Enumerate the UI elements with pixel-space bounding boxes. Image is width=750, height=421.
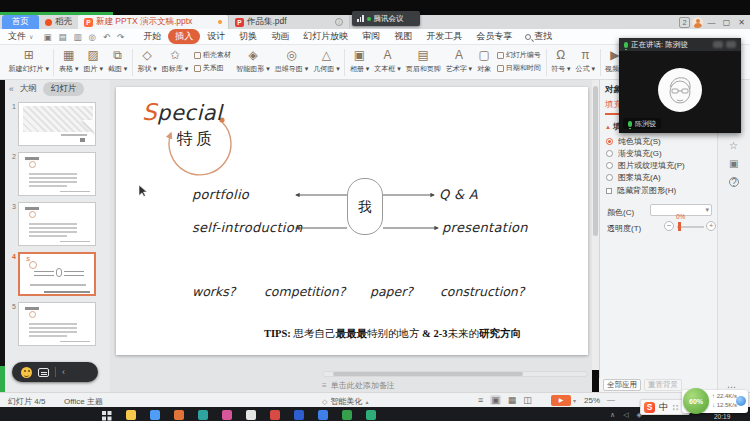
- ribbon-button-幻灯片编号[interactable]: 幻灯片编号: [497, 50, 541, 60]
- menu-item-动画[interactable]: 动画: [264, 29, 296, 44]
- chat-icon[interactable]: [38, 368, 49, 377]
- question-text[interactable]: construction?: [440, 284, 524, 299]
- file-menu[interactable]: 文件∨: [8, 30, 33, 43]
- slide-thumbnail-3[interactable]: [18, 202, 96, 246]
- transparency-increase-button[interactable]: +: [706, 221, 716, 231]
- taskbar-icon-app-orange[interactable]: [174, 410, 184, 420]
- taskbar-icon-file-explorer[interactable]: [126, 410, 136, 420]
- apply-to-all-button[interactable]: 全部应用: [603, 379, 641, 391]
- scrollbar-thumb[interactable]: [333, 372, 523, 376]
- taskbar-icon-app-blue[interactable]: [294, 410, 304, 420]
- slide-canvas[interactable]: Special 特质 portfolio self-introduction Q…: [116, 87, 588, 355]
- preview-icon[interactable]: ◎: [89, 29, 96, 45]
- taskbar-icon-app-red[interactable]: [270, 410, 280, 420]
- hide-background-checkbox[interactable]: 隐藏背景图形(H): [606, 185, 676, 196]
- ribbon-button-对象[interactable]: ▢对象: [477, 48, 491, 74]
- taskbar-clock[interactable]: 20:19: [714, 413, 730, 420]
- question-text[interactable]: competition?: [264, 284, 345, 299]
- meeting-floating-widget[interactable]: 腾讯会议: [352, 11, 420, 26]
- zoom-level[interactable]: 25%: [584, 396, 600, 405]
- menu-item-设计[interactable]: 设计: [200, 29, 232, 44]
- ribbon-button-表格[interactable]: ▦表格 ▾: [59, 48, 78, 74]
- tab-outline[interactable]: 大纲: [20, 83, 37, 95]
- scrollbar-thumb[interactable]: [593, 86, 598, 236]
- menu-item-会员专享[interactable]: 会员专享: [469, 29, 519, 44]
- ribbon-button-公式[interactable]: π公式 ▾: [576, 48, 595, 74]
- tray-expand-icon[interactable]: ∧: [610, 411, 615, 419]
- tips-text[interactable]: TIPS: 思考自己最最最特别的地方 & 2-3未来的研究方向: [264, 327, 521, 341]
- ribbon-button-图标库[interactable]: ✩图标库 ▾: [162, 48, 188, 74]
- export-icon[interactable]: ▤: [58, 29, 66, 45]
- collapse-panel-button[interactable]: «: [9, 84, 14, 94]
- ribbon-button-日期和时间[interactable]: 日期和时间: [497, 63, 541, 73]
- ribbon-button-思维导图[interactable]: ◎思维导图 ▾: [275, 48, 308, 74]
- taskbar-icon-app-teal2[interactable]: [366, 410, 376, 420]
- question-text[interactable]: works?: [192, 284, 235, 299]
- ribbon-button-页眉和页脚[interactable]: ▤页眉和页脚: [406, 48, 441, 74]
- sogou-logo-icon[interactable]: S: [644, 402, 655, 413]
- ime-menu-icon[interactable]: [672, 404, 679, 411]
- reset-background-button[interactable]: 重置背景: [644, 379, 682, 391]
- ime-mode[interactable]: 中: [659, 401, 668, 414]
- menu-item-开发工具[interactable]: 开发工具: [419, 29, 469, 44]
- taskbar-icon-app-teal[interactable]: [198, 410, 208, 420]
- fill-option-radio[interactable]: 渐变填充(G): [606, 147, 685, 159]
- taskbar-icon-app-pink[interactable]: [222, 410, 232, 420]
- taskbar-icon-app-green[interactable]: [342, 410, 352, 420]
- ribbon-button-形状[interactable]: ◇形状 ▾: [137, 48, 156, 74]
- menu-item-切换[interactable]: 切换: [232, 29, 264, 44]
- notes-bar[interactable]: ≡单击此处添加备注: [322, 379, 588, 392]
- menu-item-视图[interactable]: 视图: [387, 29, 419, 44]
- zoom-out-button[interactable]: —: [607, 395, 615, 404]
- menu-search[interactable]: 查找: [525, 30, 552, 43]
- slideshow-play-button[interactable]: ▶: [551, 395, 571, 406]
- meeting-video-overlay[interactable]: 正在讲话: 陈洌骏 陈洌骏: [619, 38, 741, 133]
- chevron-left-icon[interactable]: ‹: [62, 367, 65, 377]
- ribbon-button-几何图[interactable]: △几何图 ▾: [313, 48, 339, 74]
- acceleration-ball[interactable]: 60%: [683, 388, 709, 414]
- menu-item-审阅[interactable]: 审阅: [355, 29, 387, 44]
- theme-name[interactable]: Office 主题: [64, 396, 103, 407]
- ribbon-button-相册[interactable]: ▣相册 ▾: [350, 48, 369, 74]
- menu-item-插入[interactable]: 插入: [168, 29, 200, 44]
- save-icon[interactable]: ▣: [43, 29, 51, 45]
- minimize-button[interactable]: —: [705, 18, 718, 27]
- close-button[interactable]: ✕: [735, 18, 748, 27]
- menu-item-开始[interactable]: 开始: [136, 29, 168, 44]
- ribbon-button-关系图[interactable]: 关系图: [194, 63, 231, 73]
- star-icon[interactable]: ☆: [729, 140, 738, 151]
- ribbon-button-图片[interactable]: ▨图片 ▾: [83, 48, 102, 74]
- redo-icon[interactable]: ↷: [117, 29, 124, 45]
- taskbar-icon-app-gray[interactable]: [246, 410, 256, 420]
- ribbon-button-稻壳素材[interactable]: 稻壳素材: [194, 50, 231, 60]
- account-avatar[interactable]: [692, 17, 703, 28]
- ribbon-button-截图[interactable]: ⧉截图 ▾: [108, 48, 127, 74]
- tab-home[interactable]: 首页: [2, 15, 39, 29]
- smart-beautify-button[interactable]: ◇智能美化▴: [322, 396, 368, 407]
- normal-view-icon[interactable]: ▣: [490, 395, 501, 405]
- slide-thumbnail-5[interactable]: [18, 302, 96, 346]
- taskbar-icon-browser[interactable]: [150, 410, 160, 420]
- transparency-decrease-button[interactable]: −: [664, 221, 674, 231]
- emoji-reaction-icon[interactable]: [21, 367, 32, 378]
- panel-switch-icon[interactable]: ▣: [729, 158, 738, 169]
- ribbon-button-智能图形[interactable]: ◈智能图形 ▾: [236, 48, 269, 74]
- ribbon-button-新建幻灯片[interactable]: ⊞新建幻灯片 ▾: [9, 48, 49, 74]
- transparency-slider[interactable]: [677, 226, 704, 228]
- tab-document-pptx[interactable]: P 新建 PPTX 演示文稿.pptx: [78, 15, 228, 29]
- tab-slides[interactable]: 幻灯片: [43, 82, 85, 96]
- undo-icon[interactable]: ↶: [103, 29, 110, 45]
- fill-option-radio[interactable]: 纯色填充(S): [606, 135, 685, 147]
- tab-document-pdf[interactable]: P 作品集.pdf i: [228, 15, 350, 29]
- caret-down-icon[interactable]: ▾: [573, 397, 576, 404]
- vertical-scrollbar[interactable]: [592, 80, 599, 370]
- slide-thumbnail-2[interactable]: [18, 152, 96, 196]
- volume-icon[interactable]: ◁: [623, 411, 628, 419]
- horizontal-scrollbar[interactable]: [322, 371, 588, 377]
- system-speed-widget[interactable]: 60% ↑ 22.4K/s ↓ 12.5K/s: [682, 390, 748, 413]
- menu-item-幻灯片放映[interactable]: 幻灯片放映: [296, 29, 355, 44]
- help-icon[interactable]: ?: [729, 177, 739, 187]
- taskbar-icon-app-lightblue[interactable]: [318, 410, 328, 420]
- print-icon[interactable]: ▥: [73, 29, 81, 45]
- fill-option-radio[interactable]: 图片或纹理填充(P): [606, 159, 685, 171]
